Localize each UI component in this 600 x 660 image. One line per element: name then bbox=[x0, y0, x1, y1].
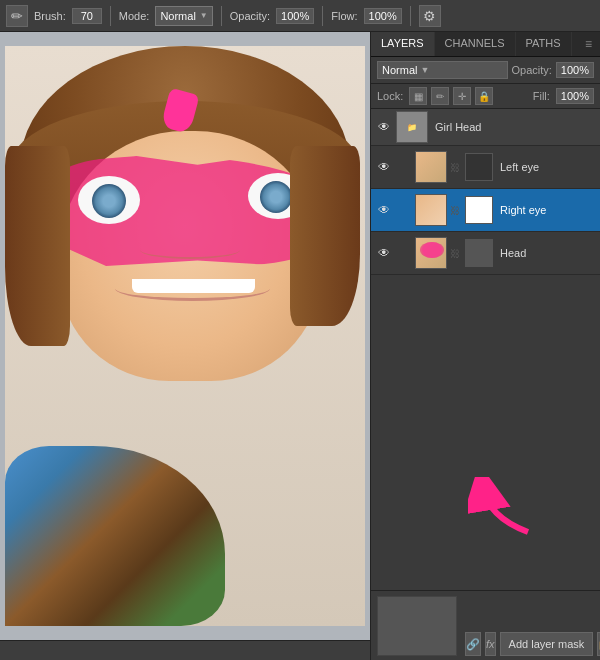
chain-right-eye: ⛓ bbox=[450, 196, 460, 224]
blend-mode-value: Normal bbox=[382, 64, 417, 76]
lock-all-btn[interactable]: 🔒 bbox=[475, 87, 493, 105]
tab-paths[interactable]: PATHS bbox=[516, 32, 572, 56]
canvas-image: 思维设计论坛 www.missyuan.com bbox=[5, 46, 365, 626]
mask-head bbox=[465, 239, 493, 267]
mode-label: Mode: bbox=[119, 10, 150, 22]
mask-left-eye bbox=[465, 153, 493, 181]
layer-row-left-eye[interactable]: 👁 ⛓ Left eye bbox=[371, 146, 600, 188]
lock-move-btn[interactable]: ✛ bbox=[453, 87, 471, 105]
canvas-content: 思维设计论坛 www.missyuan.com bbox=[0, 32, 370, 640]
bottom-panel: 🔗 fx Add layer mask 📁 📄 🗑 bbox=[371, 590, 600, 660]
layers-panel: LAYERS CHANNELS PATHS ≡ Normal ▼ Opacity… bbox=[370, 32, 600, 660]
panel-menu-btn[interactable]: ≡ bbox=[577, 32, 600, 56]
opacity-label: Opacity: bbox=[230, 10, 270, 22]
flow-label: Flow: bbox=[331, 10, 357, 22]
flow-value[interactable]: 100% bbox=[364, 8, 402, 24]
layer-group-head: 👁 ⛓ Head bbox=[371, 232, 600, 275]
panel-tabs: LAYERS CHANNELS PATHS ≡ bbox=[371, 32, 600, 57]
canvas-scroll-bar[interactable] bbox=[0, 640, 370, 660]
mode-dropdown-arrow: ▼ bbox=[200, 11, 208, 20]
nose bbox=[140, 241, 240, 259]
fill-value[interactable]: 100% bbox=[556, 88, 594, 104]
bottom-preview bbox=[377, 596, 457, 656]
chain-left-eye: ⛓ bbox=[450, 153, 460, 181]
airbrush-icon[interactable]: ⚙ bbox=[419, 5, 441, 27]
layer-eye-right-eye[interactable]: 👁 bbox=[375, 201, 393, 219]
folder-icon: 📁 bbox=[407, 123, 417, 132]
layer-list: 👁 📁 Girl Head 👁 ⛓ Left eye bbox=[371, 109, 600, 590]
main-area: 思维设计论坛 www.missyuan.com LAYERS CHANNELS … bbox=[0, 32, 600, 660]
layer-row-right-eye[interactable]: 👁 ⛓ Right eye bbox=[371, 189, 600, 231]
canvas-area[interactable]: 思维设计论坛 www.missyuan.com bbox=[0, 32, 370, 660]
lock-label: Lock: bbox=[377, 90, 403, 102]
link-layers-btn[interactable]: 🔗 bbox=[465, 632, 481, 656]
thumb-mask-overlay bbox=[420, 242, 444, 258]
lock-icons: ▦ ✏ ✛ 🔒 bbox=[409, 87, 493, 105]
fx-btn[interactable]: fx bbox=[485, 632, 496, 656]
opacity-value[interactable]: 100% bbox=[276, 8, 314, 24]
mode-value: Normal bbox=[160, 10, 195, 22]
hair-right bbox=[290, 146, 360, 326]
brush-label: Brush: bbox=[34, 10, 66, 22]
right-pupil bbox=[260, 181, 292, 213]
layer-group-girl-head: 👁 📁 Girl Head bbox=[371, 109, 600, 146]
separator-2 bbox=[221, 6, 222, 26]
separator-1 bbox=[110, 6, 111, 26]
hair-left bbox=[5, 146, 70, 346]
layer-name-girl-head: Girl Head bbox=[431, 121, 596, 133]
layer-eye-girl-head[interactable]: 👁 bbox=[375, 118, 393, 136]
layer-thumb-left-eye bbox=[415, 151, 447, 183]
add-layer-mask-btn[interactable]: Add layer mask bbox=[500, 632, 594, 656]
separator-4 bbox=[410, 6, 411, 26]
layer-row-head[interactable]: 👁 ⛓ Head bbox=[371, 232, 600, 274]
opacity-value[interactable]: 100% bbox=[556, 62, 594, 78]
teeth bbox=[132, 279, 255, 293]
blend-row: Normal ▼ Opacity: 100% bbox=[371, 57, 600, 84]
tab-channels[interactable]: CHANNELS bbox=[435, 32, 516, 56]
separator-3 bbox=[322, 6, 323, 26]
mask-right-eye bbox=[465, 196, 493, 224]
layer-row-girl-head[interactable]: 👁 📁 Girl Head bbox=[371, 109, 600, 145]
layer-thumb-girl-head: 📁 bbox=[396, 111, 428, 143]
lock-row: Lock: ▦ ✏ ✛ 🔒 Fill: 100% bbox=[371, 84, 600, 109]
left-pupil bbox=[92, 184, 126, 218]
layer-name-right-eye: Right eye bbox=[496, 204, 596, 216]
bird-body bbox=[5, 446, 225, 626]
chain-head: ⛓ bbox=[450, 239, 460, 267]
blend-dropdown-arrow: ▼ bbox=[420, 65, 429, 75]
brush-size[interactable]: 70 bbox=[72, 8, 102, 24]
layer-thumb-head bbox=[415, 237, 447, 269]
layer-group-right-eye: 👁 ⛓ Right eye bbox=[371, 189, 600, 232]
lock-transparent-btn[interactable]: ▦ bbox=[409, 87, 427, 105]
layer-thumb-right-eye bbox=[415, 194, 447, 226]
mode-dropdown[interactable]: Normal ▼ bbox=[155, 6, 212, 26]
brush-tool-icon[interactable]: ✏ bbox=[6, 5, 28, 27]
layer-eye-head[interactable]: 👁 bbox=[375, 244, 393, 262]
layer-name-left-eye: Left eye bbox=[496, 161, 596, 173]
lock-paint-btn[interactable]: ✏ bbox=[431, 87, 449, 105]
toolbar: ✏ Brush: 70 Mode: Normal ▼ Opacity: 100%… bbox=[0, 0, 600, 32]
layer-group-left-eye: 👁 ⛓ Left eye bbox=[371, 146, 600, 189]
layer-name-head: Head bbox=[496, 247, 596, 259]
face bbox=[60, 131, 320, 381]
tab-layers[interactable]: LAYERS bbox=[371, 32, 435, 56]
layer-eye-left-eye[interactable]: 👁 bbox=[375, 158, 393, 176]
opacity-label: Opacity: bbox=[512, 64, 552, 76]
blend-mode-dropdown[interactable]: Normal ▼ bbox=[377, 61, 508, 79]
left-eye bbox=[78, 176, 140, 224]
fill-label: Fill: bbox=[533, 90, 550, 102]
